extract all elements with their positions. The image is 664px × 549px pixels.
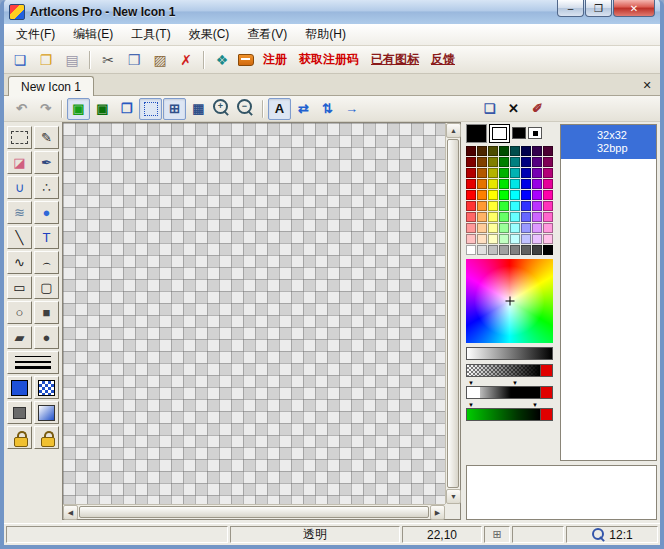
palette-swatch[interactable] xyxy=(510,179,520,189)
palette-swatch[interactable] xyxy=(521,234,531,244)
horizontal-scroll-thumb[interactable] xyxy=(79,506,429,518)
pattern-swatch[interactable] xyxy=(34,376,59,399)
save-icon[interactable]: ▤ xyxy=(60,49,84,71)
eraser-tool[interactable]: ◪ xyxy=(7,151,32,174)
palette-swatch[interactable] xyxy=(543,146,553,156)
draw-opaque-button[interactable]: ▣ xyxy=(67,98,90,120)
palette-swatch[interactable] xyxy=(543,157,553,167)
palette-swatch[interactable] xyxy=(510,212,520,222)
rounded-rect-tool[interactable]: ▢ xyxy=(34,276,59,299)
ellipse-tool[interactable]: ○ xyxy=(7,301,32,324)
draw-transparent-button[interactable]: ▣ xyxy=(91,98,114,120)
scroll-left-button[interactable]: ◀ xyxy=(63,505,78,520)
palette-swatch[interactable] xyxy=(521,179,531,189)
palette-swatch[interactable] xyxy=(521,190,531,200)
palette-swatch[interactable] xyxy=(466,179,476,189)
register-link[interactable]: 注册 xyxy=(258,51,292,68)
shift-right-button[interactable]: → xyxy=(340,98,363,120)
palette-swatch[interactable] xyxy=(510,223,520,233)
fill-bucket-tool[interactable]: ∪ xyxy=(7,176,32,199)
scroll-up-button[interactable]: ▲ xyxy=(446,123,461,138)
tab-new-icon-1[interactable]: New Icon 1 xyxy=(8,76,94,96)
palette-swatch[interactable] xyxy=(466,146,476,156)
font-button[interactable]: A xyxy=(268,98,291,120)
palette-swatch[interactable] xyxy=(510,168,520,178)
palette-swatch[interactable] xyxy=(510,234,520,244)
delete-icon[interactable]: ✗ xyxy=(174,49,198,71)
text-tool[interactable]: T xyxy=(34,226,59,249)
green-strip[interactable] xyxy=(466,408,553,421)
alpha-strip[interactable] xyxy=(466,386,553,399)
palette-swatch[interactable] xyxy=(499,168,509,178)
foreground-color-well[interactable] xyxy=(466,124,487,143)
green-gradient[interactable] xyxy=(467,409,540,420)
palette-swatch[interactable] xyxy=(499,212,509,222)
palette-swatch[interactable] xyxy=(466,212,476,222)
line-width-button[interactable] xyxy=(7,351,59,374)
gray-gradient-strip[interactable] xyxy=(466,347,553,360)
curve-tool[interactable]: ∿ xyxy=(7,251,32,274)
palette-swatch[interactable] xyxy=(521,245,531,255)
palette-swatch[interactable] xyxy=(477,234,487,244)
palette-swatch[interactable] xyxy=(532,168,542,178)
icon-canvas[interactable] xyxy=(63,123,445,504)
open-icon[interactable]: ❐ xyxy=(34,49,58,71)
edit-format-button[interactable]: ✐ xyxy=(526,98,549,120)
shift-vertical-button[interactable]: ⇅ xyxy=(316,98,339,120)
minimize-button[interactable]: – xyxy=(557,0,584,17)
gradient-swatch[interactable] xyxy=(34,401,59,424)
arc-tool[interactable]: ⌢ xyxy=(34,251,59,274)
palette-swatch[interactable] xyxy=(510,201,520,211)
palette-swatch[interactable] xyxy=(488,157,498,167)
filled-rect-tool[interactable]: ■ xyxy=(34,301,59,324)
paste-icon[interactable]: ▨ xyxy=(148,49,172,71)
palette-swatch[interactable] xyxy=(499,245,509,255)
palette-swatch[interactable] xyxy=(488,201,498,211)
palette-swatch[interactable] xyxy=(510,190,520,200)
palette-swatch[interactable] xyxy=(543,190,553,200)
palette-swatch[interactable] xyxy=(466,190,476,200)
palette-swatch[interactable] xyxy=(488,223,498,233)
palette-swatch[interactable] xyxy=(532,234,542,244)
palette-swatch[interactable] xyxy=(466,223,476,233)
palette-swatch[interactable] xyxy=(532,201,542,211)
palette-swatch[interactable] xyxy=(466,201,476,211)
green-red-cap[interactable] xyxy=(540,409,552,420)
menu-view[interactable]: 查看(V) xyxy=(239,24,295,45)
menu-tools[interactable]: 工具(T) xyxy=(123,24,178,45)
rainbow-picker[interactable] xyxy=(466,259,553,343)
alpha-gradient[interactable] xyxy=(467,387,540,398)
new-format-button[interactable]: ❏ xyxy=(478,98,501,120)
palette-swatch[interactable] xyxy=(532,157,542,167)
new-icon[interactable]: ❏ xyxy=(8,49,32,71)
palette-swatch[interactable] xyxy=(499,201,509,211)
ink-pen-tool[interactable]: ✒ xyxy=(34,151,59,174)
palette-swatch[interactable] xyxy=(477,146,487,156)
menu-help[interactable]: 帮助(H) xyxy=(297,24,354,45)
delete-format-button[interactable]: ✕ xyxy=(502,98,525,120)
shift-horizontal-button[interactable]: ⇄ xyxy=(292,98,315,120)
copy-icon[interactable]: ❒ xyxy=(122,49,146,71)
undo-button[interactable]: ↶ xyxy=(10,98,33,120)
help-book-icon[interactable] xyxy=(238,54,254,66)
filled-ellipse-tool[interactable]: ● xyxy=(34,326,59,349)
palette-swatch[interactable] xyxy=(521,223,531,233)
palette-swatch[interactable] xyxy=(488,179,498,189)
zoom-in-button[interactable] xyxy=(211,98,234,120)
rect-tool[interactable]: ▭ xyxy=(7,276,32,299)
palette-swatch[interactable] xyxy=(477,168,487,178)
test-icon-button[interactable]: ❐ xyxy=(115,98,138,120)
vertical-scroll-thumb[interactable] xyxy=(447,139,459,488)
dither-red-cap[interactable] xyxy=(540,365,552,376)
palette-swatch[interactable] xyxy=(543,179,553,189)
palette-swatch[interactable] xyxy=(466,168,476,178)
palette-swatch[interactable] xyxy=(532,146,542,156)
show-subgrid-button[interactable]: ▦ xyxy=(187,98,210,120)
palette-swatch[interactable] xyxy=(477,179,487,189)
palette-swatch[interactable] xyxy=(477,190,487,200)
palette-swatch[interactable] xyxy=(521,157,531,167)
dither-strip[interactable] xyxy=(466,364,553,377)
palette-swatch[interactable] xyxy=(510,146,520,156)
gray-gradient[interactable] xyxy=(467,348,552,359)
alpha-red-cap[interactable] xyxy=(540,387,552,398)
